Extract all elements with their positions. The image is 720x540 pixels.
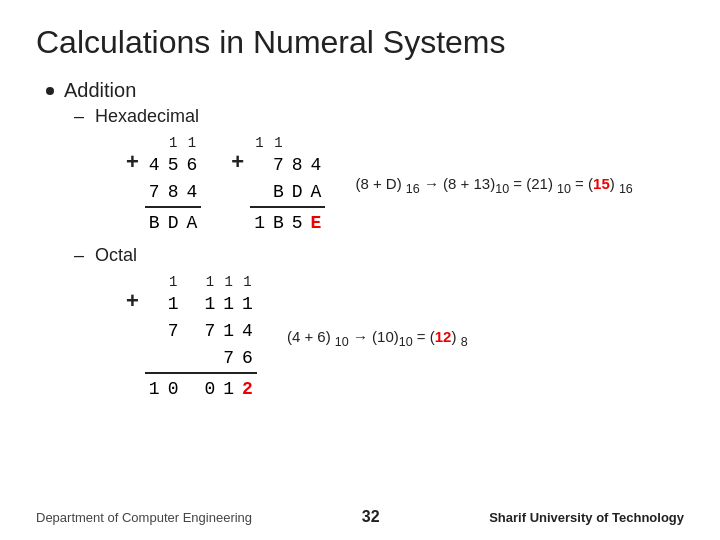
hex-calc-area: + 1 1 4 5 6 7 8 4 B xyxy=(126,135,684,237)
plus-sign-2: + xyxy=(231,149,244,175)
footer-center: 32 xyxy=(362,508,380,526)
octal-formula: (4 + 6) 10 → (10)10 = (12) 8 xyxy=(287,325,468,352)
bullet-dot xyxy=(46,87,54,95)
hex-table-1: 1 1 4 5 6 7 8 4 B D A xyxy=(145,135,201,237)
footer-left: Department of Computer Engineering xyxy=(36,510,252,525)
plus-sign-octal: + xyxy=(126,288,139,314)
hex-label: Hexadecimal xyxy=(95,106,199,126)
octal-calc-area: + 1 1 1 1 1 1 1 1 xyxy=(126,274,684,403)
carry-row-2: 1 1 xyxy=(250,135,325,152)
octal-row2: 7 7 1 4 xyxy=(145,318,257,345)
hex-row3: 7 8 4 xyxy=(250,152,325,179)
hex-formula: (8 + D) 16 → (8 + 13)10 = (21) 10 = (15)… xyxy=(355,172,632,199)
page-title: Calculations in Numeral Systems xyxy=(36,24,684,61)
hex-row2: 7 8 4 xyxy=(145,179,201,207)
plus-sign-1: + xyxy=(126,149,139,175)
hex-table-2: 1 1 7 8 4 B D A 1 xyxy=(250,135,325,237)
carry-row-1: 1 1 xyxy=(145,135,201,152)
hex-result-row2: 1 B 5 E xyxy=(250,207,325,237)
octal-row3: 7 6 xyxy=(145,345,257,373)
footer-right: Sharif University of Technology xyxy=(489,510,684,525)
hex-result-row1: B D A xyxy=(145,207,201,237)
octal-result: 1 0 0 1 2 xyxy=(145,373,257,403)
bullet-section: Addition – Hexadecimal + 1 1 4 5 6 xyxy=(46,79,684,403)
addition-label: Addition xyxy=(64,79,136,102)
footer: Department of Computer Engineering 32 Sh… xyxy=(36,508,684,526)
page: Calculations in Numeral Systems Addition… xyxy=(0,0,720,540)
octal-carry: 1 1 1 1 xyxy=(145,274,257,291)
hex-row1: 4 5 6 xyxy=(145,152,201,179)
hex-row4: B D A xyxy=(250,179,325,207)
bullet-addition: Addition xyxy=(46,79,684,102)
octal-table: 1 1 1 1 1 1 1 1 7 7 xyxy=(145,274,257,403)
octal-label: Octal xyxy=(95,245,137,265)
sub-octal: – Octal xyxy=(74,245,684,266)
sub-hexadecimal: – Hexadecimal xyxy=(74,106,684,127)
octal-row1: 1 1 1 1 xyxy=(145,291,257,318)
